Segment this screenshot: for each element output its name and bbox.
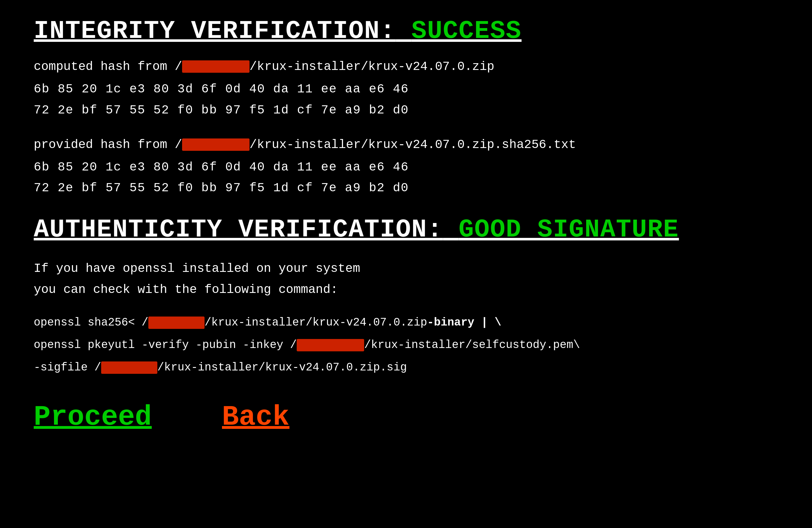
computed-hash-values: 6b 85 20 1c e3 80 3d 6f 0d 40 da 11 ee a… — [34, 79, 778, 121]
integrity-status: SUCCESS — [411, 17, 521, 45]
computed-path-redacted — [182, 60, 249, 73]
provided-hash-line2: 72 2e bf 57 55 52 f0 bb 97 f5 1d cf 7e a… — [34, 177, 778, 199]
back-button[interactable]: Back — [222, 401, 289, 433]
command-line-2: openssl pkeyutl -verify -pubin -inkey / … — [34, 334, 778, 356]
cmd-path1-redacted — [148, 317, 205, 329]
provided-path-redacted — [182, 138, 249, 151]
info-line2: you can check with the following command… — [34, 279, 778, 300]
cmd-path3: /krux-installer/krux-v24.07.0.zip.sig — [157, 356, 407, 379]
proceed-button[interactable]: Proceed — [34, 401, 152, 433]
command-block: openssl sha256< / /krux-installer/krux-v… — [34, 311, 778, 379]
provided-prefix: provided hash from / — [34, 137, 182, 152]
command-line-1: openssl sha256< / /krux-installer/krux-v… — [34, 311, 778, 334]
integrity-title-label: INTEGRITY VERIFICATION: — [34, 17, 396, 45]
info-line1: If you have openssl installed on your sy… — [34, 258, 778, 279]
integrity-section: INTEGRITY VERIFICATION: SUCCESS computed… — [34, 17, 778, 199]
authenticity-title: AUTHENTICITY VERIFICATION: GOOD SIGNATUR… — [34, 216, 778, 244]
authenticity-info: If you have openssl installed on your sy… — [34, 258, 778, 300]
provided-hash-line1: 6b 85 20 1c e3 80 3d 6f 0d 40 da 11 ee a… — [34, 157, 778, 178]
computed-hash-line1: 6b 85 20 1c e3 80 3d 6f 0d 40 da 11 ee a… — [34, 79, 778, 100]
integrity-title: INTEGRITY VERIFICATION: SUCCESS — [34, 17, 778, 45]
cmd-prefix3: -sigfile / — [34, 356, 101, 379]
provided-path: /krux-installer/krux-v24.07.0.zip.sha256… — [249, 137, 576, 152]
provided-hash-values: 6b 85 20 1c e3 80 3d 6f 0d 40 da 11 ee a… — [34, 157, 778, 199]
cmd-path3-redacted — [101, 362, 157, 374]
provided-hash-source: provided hash from / /krux-installer/kru… — [34, 137, 778, 152]
computed-path: /krux-installer/krux-v24.07.0.zip — [249, 60, 494, 74]
computed-hash-section: computed hash from / /krux-installer/kru… — [34, 60, 778, 121]
authenticity-status: GOOD SIGNATURE — [459, 216, 679, 244]
computed-hash-line2: 72 2e bf 57 55 52 f0 bb 97 f5 1d cf 7e a… — [34, 100, 778, 121]
authenticity-title-label: AUTHENTICITY VERIFICATION: — [34, 216, 443, 244]
computed-hash-source: computed hash from / /krux-installer/kru… — [34, 60, 778, 74]
provided-hash-section: provided hash from / /krux-installer/kru… — [34, 137, 778, 199]
cmd-path2-redacted — [297, 339, 364, 351]
cmd-path2: /krux-installer/selfcustody.pem — [364, 334, 573, 356]
cmd-prefix1: openssl sha256< / — [34, 311, 148, 334]
authenticity-section: AUTHENTICITY VERIFICATION: GOOD SIGNATUR… — [34, 216, 778, 379]
cmd-suffix2: \ — [573, 334, 580, 356]
cmd-prefix2: openssl pkeyutl -verify -pubin -inkey / — [34, 334, 297, 356]
command-line-3: -sigfile / /krux-installer/krux-v24.07.0… — [34, 356, 778, 379]
computed-prefix: computed hash from / — [34, 60, 182, 74]
cmd-path1: /krux-installer/krux-v24.07.0.zip — [205, 311, 427, 334]
cmd-suffix1: -binary | \ — [427, 311, 501, 334]
buttons-row: Proceed Back — [34, 401, 778, 433]
